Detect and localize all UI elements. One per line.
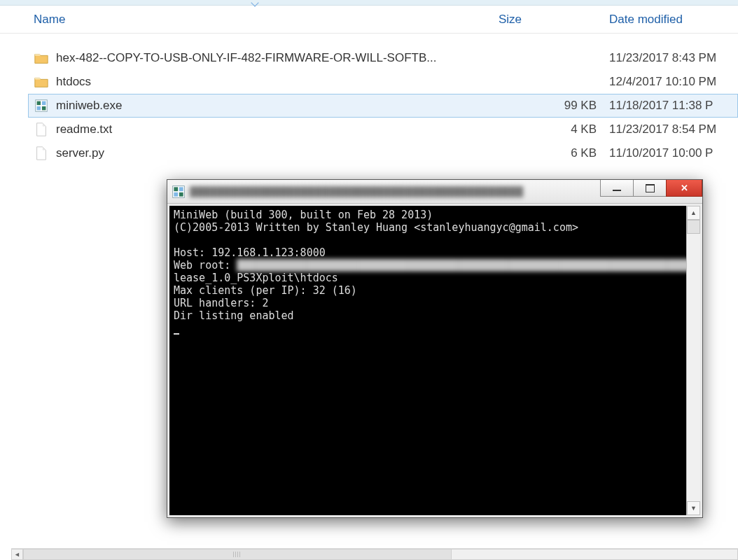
minimize-button[interactable] bbox=[600, 180, 634, 197]
close-button[interactable] bbox=[666, 180, 702, 197]
file-name-label: miniweb.exe bbox=[56, 99, 123, 113]
file-date-label: 12/4/2017 10:10 PM bbox=[609, 75, 738, 89]
cursor bbox=[174, 333, 179, 335]
console-line: Host: 192.168.1.123:8000 bbox=[174, 246, 326, 259]
text-file-icon bbox=[34, 122, 49, 137]
file-row-folder[interactable]: hex-482--COPY-TO-USB-ONLY-IF-482-FIRMWAR… bbox=[0, 46, 738, 70]
folder-icon bbox=[34, 74, 49, 90]
console-line: (C)2005-2013 Written by Stanley Huang <s… bbox=[174, 221, 578, 234]
svg-rect-4 bbox=[42, 106, 46, 111]
text-file-icon bbox=[34, 146, 49, 161]
console-line: URL handlers: 2 bbox=[174, 297, 268, 309]
svg-rect-2 bbox=[42, 102, 46, 106]
toolbar-strip bbox=[0, 0, 738, 6]
file-size-label: 99 KB bbox=[499, 99, 609, 113]
console-line: MiniWeb (build 300, built on Feb 28 2013… bbox=[174, 209, 433, 221]
file-name-label: htdocs bbox=[56, 75, 91, 89]
file-date-label: 11/23/2017 8:54 PM bbox=[609, 122, 738, 136]
window-icon bbox=[172, 185, 186, 199]
file-row-file[interactable]: server.py 6 KB 11/10/2017 10:00 P bbox=[0, 141, 738, 165]
file-row-exe[interactable]: miniweb.exe 99 KB 11/18/2017 11:38 P bbox=[0, 94, 738, 118]
file-name-label: server.py bbox=[56, 146, 104, 160]
file-size-label: 6 KB bbox=[499, 146, 609, 160]
console-line: lease_1.0_PS3Xploit\htdocs bbox=[174, 272, 338, 284]
file-row-folder[interactable]: htdocs 12/4/2017 10:10 PM bbox=[0, 70, 738, 94]
scroll-down-button[interactable]: ▼ bbox=[687, 501, 700, 515]
svg-rect-1 bbox=[37, 102, 41, 106]
file-name-label: readme.txt bbox=[56, 122, 112, 136]
titlebar[interactable]: ████████████████████████████████████████… bbox=[167, 180, 702, 204]
scroll-left-button[interactable]: ◄ bbox=[11, 549, 23, 560]
file-row-file[interactable]: readme.txt 4 KB 11/23/2017 8:54 PM bbox=[0, 118, 738, 141]
column-header-size[interactable]: Size bbox=[499, 13, 609, 27]
scroll-up-button[interactable]: ▲ bbox=[687, 206, 700, 220]
file-date-label: 11/18/2017 11:38 P bbox=[609, 99, 738, 113]
column-header-name[interactable]: Name bbox=[34, 13, 499, 27]
console-window: ████████████████████████████████████████… bbox=[167, 179, 703, 518]
column-header-date[interactable]: Date modified bbox=[609, 13, 738, 27]
svg-rect-3 bbox=[37, 106, 41, 111]
svg-rect-9 bbox=[179, 192, 183, 196]
console-output[interactable]: MiniWeb (build 300, built on Feb 28 2013… bbox=[169, 206, 686, 515]
svg-rect-6 bbox=[174, 187, 178, 191]
file-date-label: 11/23/2017 8:43 PM bbox=[609, 51, 738, 65]
file-list: hex-482--COPY-TO-USB-ONLY-IF-482-FIRMWAR… bbox=[0, 34, 738, 165]
svg-rect-8 bbox=[174, 192, 178, 196]
console-line: Dir listing enabled bbox=[174, 309, 294, 322]
file-date-label: 11/10/2017 10:00 P bbox=[609, 146, 738, 160]
console-line: Max clients (per IP): 32 (16) bbox=[174, 284, 357, 297]
column-header-row: Name Size Date modified bbox=[0, 6, 738, 34]
file-name-label: hex-482--COPY-TO-USB-ONLY-IF-482-FIRMWAR… bbox=[56, 51, 436, 65]
window-title: ████████████████████████████████████████… bbox=[190, 186, 601, 197]
horizontal-scrollbar[interactable]: ◄ bbox=[11, 548, 738, 560]
maximize-button[interactable] bbox=[633, 180, 667, 197]
scroll-track[interactable] bbox=[687, 234, 700, 501]
console-vertical-scrollbar[interactable]: ▲ ▼ bbox=[686, 206, 700, 515]
file-size-label: 4 KB bbox=[499, 122, 609, 136]
scroll-thumb[interactable] bbox=[24, 550, 452, 559]
console-line: Web root: bbox=[174, 259, 237, 272]
scroll-track[interactable] bbox=[23, 549, 738, 560]
scroll-thumb[interactable] bbox=[687, 220, 700, 234]
folder-icon bbox=[34, 50, 49, 66]
svg-rect-7 bbox=[179, 187, 183, 191]
application-icon bbox=[34, 98, 49, 113]
console-line-redacted: ████████████████████████████████████████… bbox=[237, 259, 686, 272]
